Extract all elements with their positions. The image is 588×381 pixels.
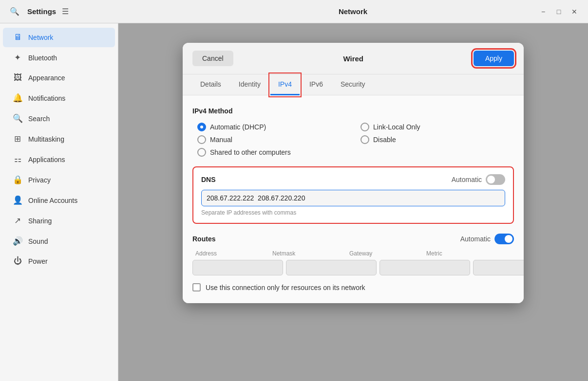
sidebar-item-privacy[interactable]: 🔒 Privacy — [3, 170, 115, 190]
sidebar-item-label-online-accounts: Online Accounts — [28, 197, 77, 204]
sidebar-item-network[interactable]: 🖥 Network — [3, 28, 115, 47]
radio-auto-dhcp[interactable]: Automatic (DHCP) — [197, 123, 351, 131]
dns-hint: Separate IP addresses with commas — [201, 209, 505, 216]
privacy-icon: 🔒 — [13, 175, 22, 185]
dns-input[interactable] — [201, 190, 505, 206]
sidebar-item-label-multitasking: Multitasking — [28, 135, 64, 143]
tab-ipv6[interactable]: IPv6 — [302, 74, 331, 95]
radio-shared[interactable]: Shared to other computers — [197, 148, 351, 157]
dialog-tabs: DetailsIdentityIPv4IPv6Security — [183, 74, 524, 95]
dialog-header: Cancel Wired Apply — [183, 43, 524, 74]
routes-section: Routes Automatic Address Netmask Gateway… — [192, 234, 514, 275]
tab-ipv4[interactable]: IPv4 — [270, 74, 300, 95]
routes-row: ✕ — [192, 260, 514, 275]
page-title: Network — [169, 7, 537, 16]
sidebar-item-sound[interactable]: 🔊 Sound — [3, 231, 115, 251]
sidebar-item-appearance[interactable]: 🖼 Appearance — [3, 68, 115, 88]
window-controls: − □ ✕ — [537, 6, 580, 18]
connection-only-label: Use this connection only for resources o… — [206, 284, 365, 291]
app-title: Settings — [27, 7, 56, 16]
radio-circle-shared — [197, 148, 206, 157]
minimize-button[interactable]: − — [537, 6, 549, 18]
dialog-title: Wired — [343, 54, 364, 63]
dns-label: DNS — [201, 176, 216, 183]
tab-identity[interactable]: Identity — [231, 74, 268, 95]
dns-auto-label: Automatic — [452, 176, 482, 183]
applications-icon: ⚏ — [13, 154, 22, 164]
method-grid: Automatic (DHCP) Link-Local Only Manual … — [197, 123, 514, 157]
search-icon[interactable]: 🔍 — [8, 5, 21, 18]
sidebar-item-sharing[interactable]: ↗ Sharing — [3, 211, 115, 231]
radio-circle-disable — [360, 135, 369, 144]
sidebar-item-bluetooth[interactable]: ✦ Bluetooth — [3, 48, 115, 68]
dns-header: DNS Automatic — [201, 174, 505, 185]
close-button[interactable]: ✕ — [569, 6, 580, 18]
sidebar-item-label-sound: Sound — [28, 237, 48, 245]
sidebar-item-label-sharing: Sharing — [28, 217, 52, 225]
radio-circle-manual — [197, 135, 206, 144]
sidebar: 🖥 Network ✦ Bluetooth 🖼 Appearance 🔔 Not… — [0, 23, 118, 381]
radio-label-manual: Manual — [210, 136, 232, 144]
route-address-input[interactable] — [192, 260, 283, 275]
routes-auto-label: Automatic — [460, 235, 491, 243]
dns-auto-toggle[interactable] — [486, 174, 505, 185]
col-address: Address — [192, 250, 266, 257]
sidebar-item-power[interactable]: ⏻ Power — [3, 252, 115, 271]
cancel-button[interactable]: Cancel — [192, 51, 233, 66]
hamburger-icon[interactable]: ☰ — [62, 7, 69, 16]
radio-manual[interactable]: Manual — [197, 135, 351, 144]
radio-link-local[interactable]: Link-Local Only — [360, 123, 514, 131]
sidebar-item-label-bluetooth: Bluetooth — [28, 54, 57, 62]
power-icon: ⏻ — [13, 256, 22, 266]
route-netmask-input[interactable] — [286, 260, 377, 275]
routes-auto-toggle[interactable] — [494, 234, 514, 244]
sidebar-item-notifications[interactable]: 🔔 Notifications — [3, 88, 115, 108]
sidebar-item-applications[interactable]: ⚏ Applications — [3, 149, 115, 169]
sidebar-item-label-notifications: Notifications — [28, 94, 65, 102]
apply-button[interactable]: Apply — [474, 51, 514, 66]
sidebar-item-multitasking[interactable]: ⊞ Multitasking — [3, 129, 115, 149]
radio-label-shared: Shared to other computers — [210, 148, 291, 156]
sidebar-item-label-power: Power — [28, 257, 48, 265]
sidebar-item-label-search: Search — [28, 115, 50, 123]
col-metric: Metric — [423, 250, 497, 257]
bluetooth-icon: ✦ — [13, 53, 22, 63]
tab-security[interactable]: Security — [333, 74, 373, 95]
dns-section: DNS Automatic Separate IP addresses with… — [192, 166, 514, 224]
titlebar: 🔍 Settings ☰ Network − □ ✕ — [0, 0, 588, 23]
maximize-button[interactable]: □ — [553, 6, 565, 18]
sidebar-item-label-privacy: Privacy — [28, 176, 51, 184]
titlebar-left: 🔍 Settings ☰ — [8, 5, 169, 18]
routes-header: Routes Automatic — [192, 234, 514, 244]
radio-disable[interactable]: Disable — [360, 135, 514, 144]
search-icon: 🔍 — [13, 113, 22, 124]
sidebar-item-label-applications: Applications — [28, 156, 65, 163]
sidebar-item-online-accounts[interactable]: 👤 Online Accounts — [3, 190, 115, 210]
routes-columns-header: Address Netmask Gateway Metric — [192, 250, 514, 257]
wired-dialog: Cancel Wired Apply DetailsIdentityIPv4IP… — [183, 43, 524, 303]
online-accounts-icon: 👤 — [13, 195, 22, 205]
ipv4-method-label: IPv4 Method — [192, 107, 514, 115]
sharing-icon: ↗ — [13, 216, 22, 226]
dns-auto: Automatic — [452, 174, 505, 185]
notifications-icon: 🔔 — [13, 93, 22, 103]
tab-details[interactable]: Details — [192, 74, 229, 95]
connection-only-checkbox[interactable] — [192, 283, 201, 291]
route-metric-input[interactable] — [473, 260, 524, 275]
content-area: Cancel Wired Apply DetailsIdentityIPv4IP… — [118, 23, 588, 381]
radio-circle-link-local — [360, 123, 369, 131]
radio-label-disable: Disable — [373, 136, 396, 144]
route-gateway-input[interactable] — [379, 260, 470, 275]
sidebar-item-label-network: Network — [28, 34, 53, 41]
routes-label: Routes — [192, 235, 215, 243]
appearance-icon: 🖼 — [13, 73, 22, 83]
radio-circle-auto-dhcp — [197, 123, 206, 131]
connection-only-checkbox-row[interactable]: Use this connection only for resources o… — [192, 283, 514, 291]
network-icon: 🖥 — [13, 33, 22, 42]
radio-label-link-local: Link-Local Only — [373, 123, 420, 131]
sound-icon: 🔊 — [13, 236, 22, 246]
col-netmask: Netmask — [269, 250, 343, 257]
sidebar-item-search[interactable]: 🔍 Search — [3, 109, 115, 128]
modal-overlay: Cancel Wired Apply DetailsIdentityIPv4IP… — [118, 23, 588, 381]
multitasking-icon: ⊞ — [13, 134, 22, 144]
